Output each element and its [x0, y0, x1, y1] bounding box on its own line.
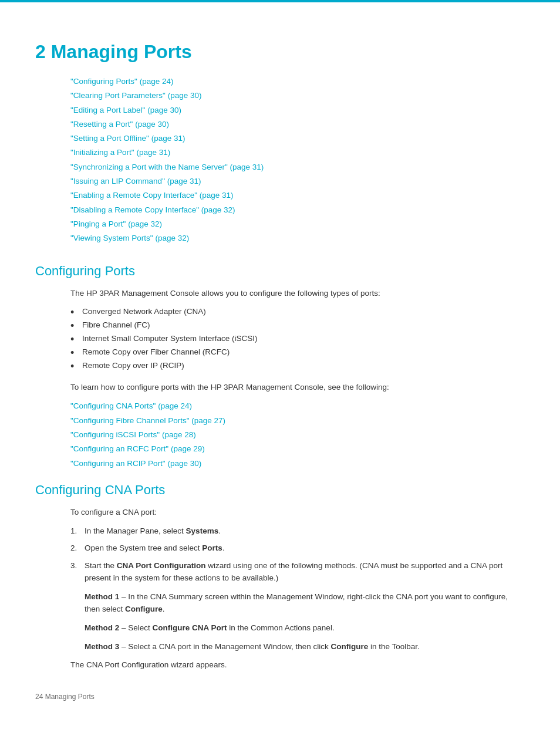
toc-link-1[interactable]: "Clearing Port Parameters" (page 30) — [70, 89, 525, 103]
cna-step-2: Open the System tree and select Ports. — [70, 542, 525, 555]
toc-link-0[interactable]: "Configuring Ports" (page 24) — [70, 75, 525, 89]
footer-section: Managing Ports — [45, 693, 95, 701]
cna-step-3: Start the CNA Port Configuration wizard … — [70, 559, 525, 653]
toc-link-11[interactable]: "Viewing System Ports" (page 32) — [70, 231, 525, 245]
link-rcip-port[interactable]: "Configuring an RCIP Port" (page 30) — [70, 457, 525, 471]
method-3-text: – Select a CNA port in the Management Wi… — [119, 642, 330, 651]
toc-link-9[interactable]: "Disabling a Remote Copy Interface" (pag… — [70, 203, 525, 217]
configuring-cna-ports-title: Configuring CNA Ports — [35, 482, 525, 498]
configuring-ports-body: The HP 3PAR Management Console allows yo… — [70, 287, 525, 471]
configuring-ports-intro: The HP 3PAR Management Console allows yo… — [70, 287, 525, 300]
toc-links-container: "Configuring Ports" (page 24) "Clearing … — [70, 75, 525, 246]
cna-step-3-bold: CNA Port Configuration — [117, 561, 206, 570]
toc-link-2[interactable]: "Editing a Port Label" (page 30) — [70, 103, 525, 117]
top-border-decoration — [0, 0, 560, 2]
cna-steps-list: In the Manager Pane, select Systems. Ope… — [70, 525, 525, 653]
cna-step-2-before: Open the System tree and select — [85, 544, 202, 552]
method-1-block: Method 1 – In the CNA Summary screen wit… — [85, 590, 525, 616]
page-footer: 24 Managing Ports — [35, 693, 95, 701]
list-item-fc: Fibre Channel (FC) — [70, 319, 525, 332]
page-container: 2 Managing Ports "Configuring Ports" (pa… — [0, 0, 560, 718]
cna-step-1-after: . — [218, 526, 221, 535]
method-1-label: Method 1 — [85, 592, 119, 601]
method-3-after: in the Toolbar. — [368, 642, 420, 651]
configuring-cna-ports-body: To configure a CNA port: In the Manager … — [70, 506, 525, 671]
cna-step-1-before: In the Manager Pane, select — [85, 526, 186, 535]
configuring-ports-outro: To learn how to configure ports with the… — [70, 381, 525, 394]
list-item-cna: Converged Network Adapter (CNA) — [70, 305, 525, 319]
chapter-title: 2 Managing Ports — [35, 41, 525, 63]
method-1-period: . — [163, 605, 165, 613]
method-1-bold: Configure — [125, 605, 163, 613]
method-2-label: Method 2 — [85, 623, 119, 632]
cna-step-2-after: . — [222, 544, 225, 552]
list-item-rcip: Remote Copy over IP (RCIP) — [70, 359, 525, 373]
link-fc-ports[interactable]: "Configuring Fibre Channel Ports" (page … — [70, 414, 525, 428]
cna-intro: To configure a CNA port: — [70, 506, 525, 519]
port-types-list: Converged Network Adapter (CNA) Fibre Ch… — [70, 305, 525, 373]
link-iscsi-ports[interactable]: "Configuring iSCSI Ports" (page 28) — [70, 428, 525, 442]
toc-link-6[interactable]: "Synchronizing a Port with the Name Serv… — [70, 160, 525, 174]
toc-link-7[interactable]: "Issuing an LIP Command" (page 31) — [70, 174, 525, 188]
link-rcfc-port[interactable]: "Configuring an RCFC Port" (page 29) — [70, 442, 525, 456]
method-2-block: Method 2 – Select Configure CNA Port in … — [85, 622, 525, 634]
toc-link-4[interactable]: "Setting a Port Offline" (page 31) — [70, 131, 525, 146]
toc-link-10[interactable]: "Pinging a Port" (page 32) — [70, 217, 525, 231]
toc-link-3[interactable]: "Resetting a Port" (page 30) — [70, 117, 525, 131]
method-3-block: Method 3 – Select a CNA port in the Mana… — [85, 640, 525, 653]
toc-link-8[interactable]: "Enabling a Remote Copy Interface" (page… — [70, 188, 525, 202]
cna-outro: The CNA Port Configuration wizard appear… — [70, 659, 525, 671]
configuring-ports-title: Configuring Ports — [35, 264, 525, 279]
method-3-bold: Configure — [330, 642, 368, 651]
footer-page-number: 24 — [35, 693, 43, 701]
cna-step-2-bold: Ports — [202, 544, 222, 552]
link-cna-ports[interactable]: "Configuring CNA Ports" (page 24) — [70, 399, 525, 413]
method-3-label: Method 3 — [85, 642, 119, 651]
toc-link-5[interactable]: "Initializing a Port" (page 31) — [70, 146, 525, 160]
list-item-iscsi: Internet Small Computer System Interface… — [70, 332, 525, 346]
method-2-text: – Select — [119, 623, 152, 632]
cna-step-1: In the Manager Pane, select Systems. — [70, 525, 525, 538]
method-2-after: in the Common Actions panel. — [227, 623, 335, 632]
cna-step-1-bold: Systems — [186, 526, 219, 535]
cna-step-3-before: Start the — [85, 561, 117, 570]
method-2-bold: Configure CNA Port — [153, 623, 227, 632]
list-item-rcfc: Remote Copy over Fiber Channel (RCFC) — [70, 346, 525, 359]
